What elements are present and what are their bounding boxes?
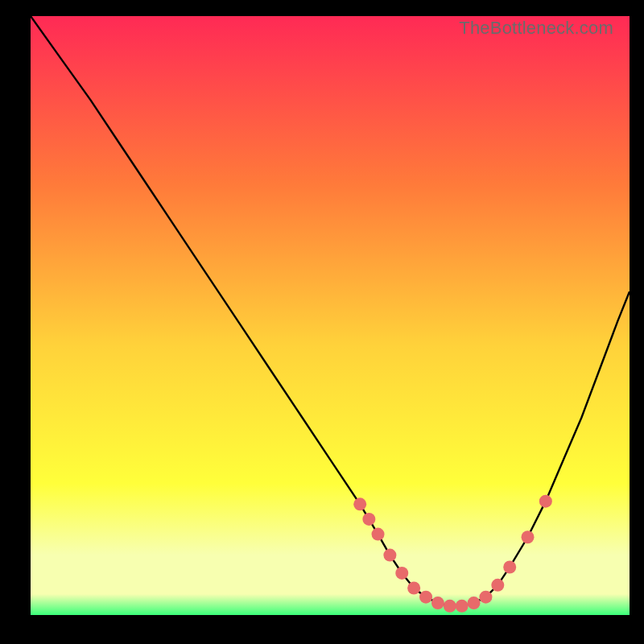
data-marker: [479, 591, 492, 604]
data-marker: [431, 597, 444, 609]
data-marker: [539, 495, 552, 508]
data-marker: [407, 582, 420, 595]
data-marker: [456, 600, 469, 613]
data-marker: [395, 567, 408, 580]
chart-frame: TheBottleneck.com: [14, 16, 630, 631]
marker-group: [353, 495, 552, 613]
watermark-text: TheBottleneck.com: [459, 18, 613, 39]
data-marker: [491, 579, 504, 592]
data-marker: [372, 528, 385, 541]
data-marker: [444, 600, 456, 613]
data-marker: [522, 530, 535, 543]
data-marker: [468, 597, 481, 609]
data-marker: [362, 513, 375, 526]
curve-layer: [31, 16, 630, 615]
data-marker: [383, 549, 396, 562]
data-marker: [353, 497, 366, 510]
bottleneck-curve: [31, 16, 630, 606]
data-marker: [419, 591, 432, 604]
plot-area: [31, 16, 630, 615]
data-marker: [503, 560, 516, 573]
